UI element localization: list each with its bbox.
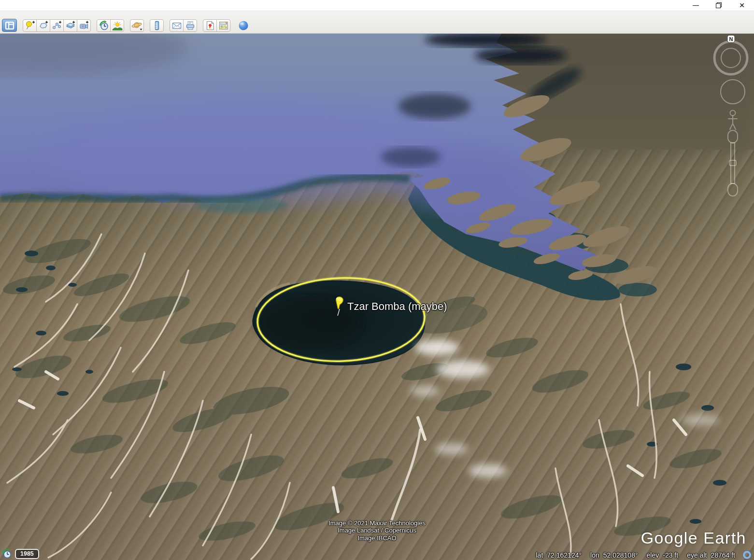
close-icon: × [739,1,744,10]
save-image-icon [205,20,215,31]
google-earth-window: × [0,0,754,560]
add-placemark-button[interactable] [23,19,37,32]
ruler-button[interactable] [150,19,164,32]
add-polygon-button[interactable] [36,19,50,32]
elev-label: elev [647,551,659,559]
close-button[interactable]: × [738,1,746,10]
view-in-google-maps-button[interactable] [216,19,230,32]
share-group [170,19,197,32]
print-icon [185,20,196,31]
historical-imagery-icon [99,20,109,31]
record-tour-icon [79,20,89,31]
earth-sphere-icon [238,20,249,31]
sunlight-button[interactable] [110,19,124,32]
time-sun-group [97,19,124,32]
toggle-sidebar-button[interactable] [2,19,17,32]
email-button[interactable] [170,19,184,32]
placemark-label: Tzar Bomba (maybe) [347,300,447,313]
sidebar-panel-icon [5,21,14,30]
minimize-icon [693,5,699,6]
add-image-overlay-button[interactable] [63,19,77,32]
elev-value: -23 ft [663,551,678,559]
switch-planet-button[interactable] [130,19,144,32]
record-tour-button[interactable] [77,19,91,32]
placemark-tzar-bomba[interactable]: Tzar Bomba (maybe) [334,296,445,320]
google-maps-icon [218,20,229,31]
historical-clock-icon [1,548,12,559]
show-earth-button[interactable] [236,19,250,32]
look-joystick[interactable] [721,80,745,104]
restore-button[interactable] [714,1,723,10]
lat-value: 72.162124° [547,551,582,559]
pegman-control[interactable] [728,111,737,130]
eye-alt-value: 28764 ft [711,551,735,559]
add-path-button[interactable] [50,19,64,32]
email-icon [171,20,182,31]
restore-icon [716,2,722,8]
imagery-year-badge[interactable]: 1985 [15,549,39,559]
navigation-controls: N [703,34,754,237]
attribution-line: Image © 2021 Maxar Technologies [0,519,754,527]
minimize-button[interactable] [691,1,700,10]
ruler-icon [152,20,162,31]
add-placemark-icon [25,20,35,31]
titlebar: × [0,0,754,11]
time-slider-widget[interactable]: 1985 [1,548,39,559]
status-bar: lat 72.162124° lon 52.028108° elev -23 f… [528,551,752,559]
lon-value: 52.028108° [603,551,638,559]
add-image-overlay-icon [65,20,76,31]
create-tools-group [23,19,91,32]
lon-label: lon [590,551,599,559]
save-image-button[interactable] [203,19,217,32]
compass-ring[interactable] [714,42,747,74]
add-polygon-icon [38,20,49,31]
pushpin-icon [334,296,347,318]
planet-saturn-icon [131,20,143,31]
streaming-indicator-icon [743,551,751,559]
add-path-icon [52,20,62,31]
compass-north-label: N [729,36,733,42]
print-button[interactable] [183,19,197,32]
google-earth-logo: Google Earth [641,529,746,547]
map-viewport[interactable]: Tzar Bomba (maybe) [0,34,754,560]
compass-north-badge[interactable]: N [727,35,735,42]
eye-alt-label: eye alt [687,551,707,559]
image-maps-group [203,19,230,32]
lat-label: lat [536,551,543,559]
toolbar [0,11,754,34]
window-controls: × [691,1,746,10]
historical-imagery-button[interactable] [97,19,111,32]
sunlight-icon [112,20,123,31]
zoom-slider[interactable] [728,130,738,196]
